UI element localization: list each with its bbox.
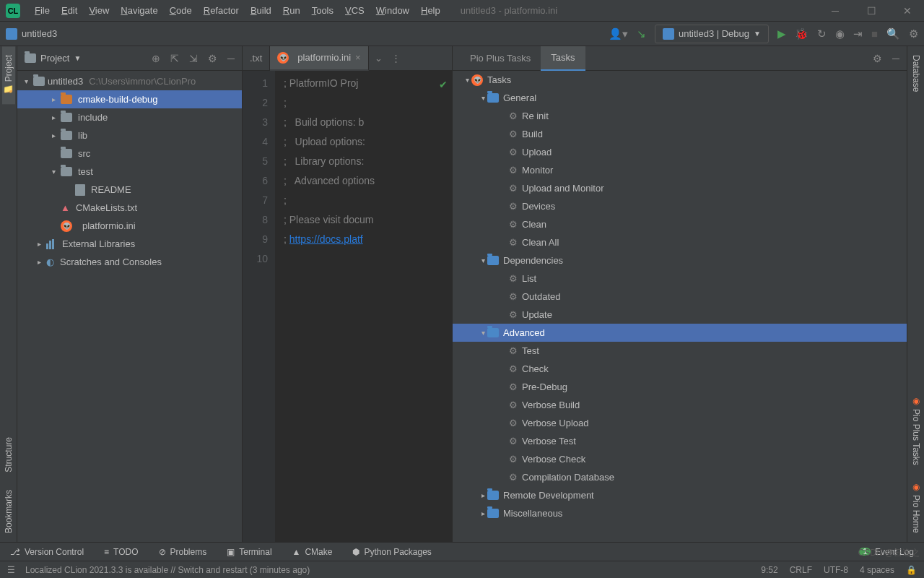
toolwin-cmake[interactable]: ▲CMake <box>292 547 333 557</box>
stop-button[interactable]: ■ <box>871 27 878 40</box>
menu-file[interactable]: File <box>29 2 56 19</box>
menu-navigate[interactable]: Navigate <box>115 2 163 19</box>
more-icon[interactable]: ⋮ <box>391 53 401 64</box>
minimize-panel-icon[interactable]: ─ <box>227 53 235 64</box>
editor-tab[interactable]: 👽platformio.ini× <box>270 46 368 71</box>
task-item[interactable]: ⚙Clean <box>453 215 907 233</box>
status-message[interactable]: Localized CLion 2021.3.3 is available //… <box>25 565 310 575</box>
profile-icon[interactable]: ◉ <box>835 27 845 40</box>
editor-tab[interactable]: .txt <box>243 46 270 71</box>
task-item[interactable]: ⚙Check <box>453 360 907 378</box>
menu-help[interactable]: Help <box>415 2 446 19</box>
close-window-button[interactable]: ✕ <box>897 5 918 17</box>
toolwin-todo[interactable]: ≡TODO <box>104 547 138 557</box>
task-item[interactable]: ⚙Verbose Build <box>453 396 907 414</box>
hammer-icon[interactable]: ↘ <box>637 27 646 40</box>
maximize-button[interactable]: ☐ <box>860 5 882 17</box>
tree-item[interactable]: README <box>17 181 242 199</box>
status-hamburger-icon[interactable]: ☰ <box>7 565 15 575</box>
task-item[interactable]: ⚙Devices <box>453 197 907 215</box>
menu-run[interactable]: Run <box>277 2 306 19</box>
status-indent[interactable]: 4 spaces <box>860 565 894 575</box>
task-item[interactable]: ⚙Upload <box>453 143 907 161</box>
tasks-group[interactable]: ▸Remote Development <box>453 486 907 504</box>
minimize-tasks-icon[interactable]: ─ <box>892 53 899 64</box>
tree-item[interactable]: ▸◐Scratches and Consoles <box>17 253 242 271</box>
tab-database[interactable]: Database <box>910 46 923 100</box>
task-item[interactable]: ⚙Outdated <box>453 288 907 306</box>
tasks-group[interactable]: ▾Advanced <box>453 324 907 342</box>
tasks-group[interactable]: ▾General <box>453 89 907 107</box>
task-item[interactable]: ⚙Test <box>453 342 907 360</box>
tab-pio-home[interactable]: ◉ Pio Home <box>910 473 923 542</box>
panel-settings-icon[interactable]: ⚙ <box>208 53 217 64</box>
tree-item[interactable]: ▸include <box>17 108 242 126</box>
run-button[interactable]: ▶ <box>777 27 786 40</box>
doc-link[interactable]: https://docs.platf <box>289 233 363 245</box>
status-encoding[interactable]: UTF-8 <box>824 565 848 575</box>
toolwin-problems[interactable]: ⊘Problems <box>159 547 207 557</box>
code-area[interactable]: ✔ ; PlatformIO Proj;; Build options: b; … <box>275 71 452 542</box>
folder-icon <box>25 53 36 63</box>
task-item[interactable]: ⚙Clean All <box>453 233 907 251</box>
coverage-icon[interactable]: ↻ <box>817 27 827 40</box>
attach-icon[interactable]: ⇥ <box>853 27 863 40</box>
tasks-settings-icon[interactable]: ⚙ <box>873 53 882 64</box>
menu-code[interactable]: Code <box>164 2 198 19</box>
task-item[interactable]: ⚙List <box>453 269 907 288</box>
task-item[interactable]: ⚙Verbose Upload <box>453 414 907 432</box>
tree-root[interactable]: ▾ untitled3 C:\Users\immor\CLionPro <box>17 72 242 90</box>
menu-tools[interactable]: Tools <box>306 2 339 19</box>
minimize-button[interactable]: ─ <box>824 5 846 17</box>
close-tab-icon[interactable]: × <box>355 52 361 63</box>
toolwin-version-control[interactable]: ⎇Version Control <box>10 547 84 557</box>
status-eol[interactable]: CRLF <box>790 565 812 575</box>
settings-icon[interactable]: ⚙ <box>909 27 918 40</box>
task-item[interactable]: ⚙Compilation Database <box>453 468 907 486</box>
tasks-group[interactable]: ▾Dependencies <box>453 251 907 269</box>
tab-structure[interactable]: Structure <box>2 428 15 481</box>
tree-item[interactable]: ▲CMakeLists.txt <box>17 199 242 217</box>
tab-bookmarks[interactable]: Bookmarks <box>2 481 15 542</box>
locate-icon[interactable]: ⊕ <box>152 53 160 64</box>
task-item[interactable]: ⚙Build <box>453 125 907 143</box>
search-icon[interactable]: 🔍 <box>886 27 900 40</box>
expand-icon[interactable]: ⇱ <box>170 53 179 64</box>
menu-build[interactable]: Build <box>245 2 277 19</box>
task-item[interactable]: ⚙Verbose Test <box>453 432 907 450</box>
tree-item[interactable]: ▸External Libraries <box>17 235 242 253</box>
tab-project[interactable]: 📁 Project <box>2 46 15 104</box>
tasks-tab[interactable]: Tasks <box>541 46 585 71</box>
breadcrumb[interactable]: untitled3 <box>22 28 57 39</box>
tree-item[interactable]: ▾test <box>17 163 242 181</box>
debug-button[interactable]: 🐞 <box>795 27 808 40</box>
tasks-group[interactable]: ▸Miscellaneous <box>453 504 907 522</box>
inspection-ok-icon[interactable]: ✔ <box>439 75 448 95</box>
readonly-icon[interactable]: 🔒 <box>906 565 917 575</box>
menu-refactor[interactable]: Refactor <box>198 2 245 19</box>
task-item[interactable]: ⚙Upload and Monitor <box>453 179 907 197</box>
task-item[interactable]: ⚙Verbose Check <box>453 450 907 468</box>
collapse-icon[interactable]: ⇲ <box>189 53 198 64</box>
user-icon[interactable]: 👤▾ <box>609 27 628 40</box>
tasks-root[interactable]: ▾👽Tasks <box>453 71 907 89</box>
tasks-tab[interactable]: Pio Plus Tasks <box>460 46 541 71</box>
menu-window[interactable]: Window <box>370 2 415 19</box>
task-item[interactable]: ⚙Re init <box>453 107 907 125</box>
task-item[interactable]: ⚙Pre-Debug <box>453 378 907 396</box>
menu-vcs[interactable]: VCS <box>339 2 370 19</box>
run-config-selector[interactable]: untitled3 | Debug ▼ <box>655 25 769 43</box>
chevron-down-icon[interactable]: ⌄ <box>375 53 383 64</box>
tree-item[interactable]: src <box>17 144 242 163</box>
tree-item[interactable]: 👽platformio.ini <box>17 217 242 235</box>
menu-view[interactable]: View <box>83 2 115 19</box>
task-item[interactable]: ⚙Update <box>453 306 907 324</box>
task-item[interactable]: ⚙Monitor <box>453 161 907 179</box>
toolwin-python-packages[interactable]: ⬢Python Packages <box>352 547 431 557</box>
project-view-selector[interactable]: Project ▼ <box>25 53 81 64</box>
toolwin-terminal[interactable]: ▣Terminal <box>227 547 271 557</box>
tab-pio-plus-tasks[interactable]: ◉ Pio Plus Tasks <box>910 387 923 474</box>
tree-item[interactable]: ▸lib <box>17 126 242 144</box>
tree-item[interactable]: ▸cmake-build-debug <box>17 90 242 108</box>
menu-edit[interactable]: Edit <box>56 2 83 19</box>
